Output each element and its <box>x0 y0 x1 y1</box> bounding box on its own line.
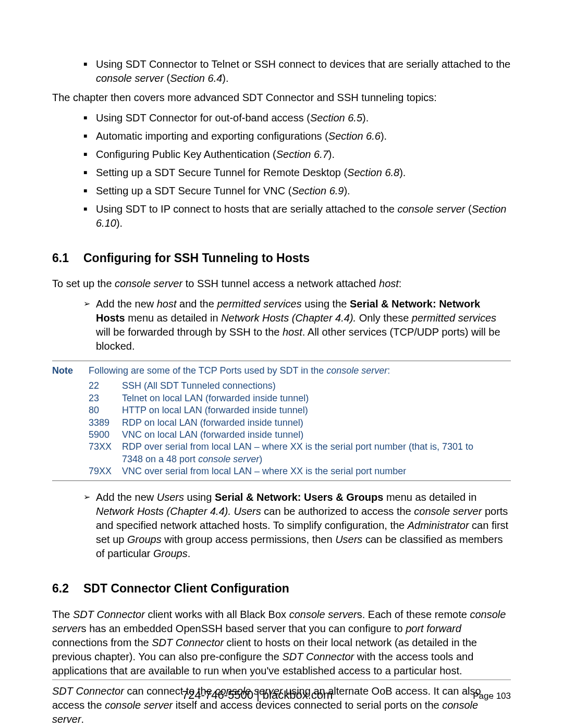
footer-contact: 724-746-5500 | blackbox.com <box>52 688 462 702</box>
section-heading-6-1: 6.1Configuring for SSH Tunneling to Host… <box>52 250 511 266</box>
sec61-intro: To set up the console server to SSH tunn… <box>52 277 511 291</box>
list-item-text: Using SDT Connector to Telnet or SSH con… <box>96 57 511 85</box>
bullet-icon: ■ <box>83 147 96 161</box>
bullet-icon: ■ <box>83 57 96 71</box>
bullet-icon: ■ <box>83 111 96 125</box>
list-item: ➢ Add the new host and the permitted ser… <box>83 297 511 353</box>
port-row: 3389RDP on local LAN (forwarded inside t… <box>89 417 511 429</box>
port-row: 73XX RDP over serial from local LAN – wh… <box>89 441 511 465</box>
main-content: ■ Using SDT Connector to Telnet or SSH c… <box>52 57 511 726</box>
list-item: ■ Setting up a SDT Secure Tunnel for VNC… <box>83 184 511 198</box>
arrow-icon: ➢ <box>83 490 96 504</box>
bullet-icon: ■ <box>83 184 96 198</box>
list-item: ■ Setting up a SDT Secure Tunnel for Rem… <box>83 166 511 180</box>
port-row: 80HTTP on local LAN (forwarded inside tu… <box>89 404 511 416</box>
bullet-icon: ■ <box>83 202 96 216</box>
section-heading-6-2: 6.2SDT Connector Client Configuration <box>52 581 511 597</box>
page-footer: 724-746-5500 | blackbox.com Page 103 <box>52 680 511 702</box>
list-item: ➢ Add the new Users using Serial & Netwo… <box>83 490 511 561</box>
intro-paragraph: The chapter then covers more advanced SD… <box>52 91 511 105</box>
arrow-icon: ➢ <box>83 297 96 311</box>
note-block: Note Following are some of the TCP Ports… <box>52 361 511 481</box>
sec62-para1: The SDT Connector client works with all … <box>52 608 511 678</box>
list-item: ■ Using SDT Connector for out-of-band ac… <box>83 111 511 125</box>
port-row: 22SSH (All SDT Tunneled connections) <box>89 380 511 392</box>
list-item: ■ Using SDT Connector to Telnet or SSH c… <box>83 57 511 85</box>
page-number: Page 103 <box>462 691 511 701</box>
footer-divider <box>52 680 511 680</box>
bullet-icon: ■ <box>83 129 96 143</box>
port-row: 5900VNC on local LAN (forwarded inside t… <box>89 429 511 441</box>
sec61-steps-cont: ➢ Add the new Users using Serial & Netwo… <box>83 490 511 561</box>
list-item: ■ Configuring Public Key Authentication … <box>83 147 511 162</box>
intro-bullet-list: ■ Using SDT Connector to Telnet or SSH c… <box>83 57 511 85</box>
note-intro: Following are some of the TCP Ports used… <box>89 364 511 377</box>
note-body: Following are some of the TCP Ports used… <box>89 364 511 477</box>
bullet-icon: ■ <box>83 166 96 179</box>
sec61-steps: ➢ Add the new host and the permitted ser… <box>83 297 511 353</box>
page: ■ Using SDT Connector to Telnet or SSH c… <box>0 0 563 728</box>
port-row: 79XXVNC over serial from local LAN – whe… <box>89 465 511 477</box>
list-item: ■ Using SDT to IP connect to hosts that … <box>83 202 511 230</box>
ports-table: 22SSH (All SDT Tunneled connections) 23T… <box>89 380 511 477</box>
advanced-topics-list: ■ Using SDT Connector for out-of-band ac… <box>83 111 511 230</box>
port-row: 23Telnet on local LAN (forwarded inside … <box>89 392 511 404</box>
list-item: ■ Automatic importing and exporting conf… <box>83 129 511 143</box>
note-label: Note <box>52 364 89 477</box>
